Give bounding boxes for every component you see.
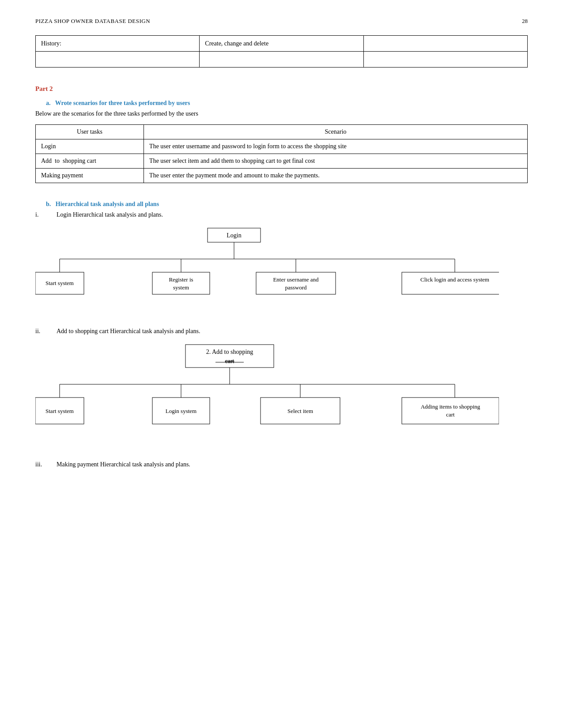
empty-cell [200, 52, 363, 68]
svg-text:Select item: Select item [287, 408, 313, 414]
table-header-row: User tasks Scenario [36, 125, 528, 139]
svg-rect-10 [152, 272, 210, 294]
svg-text:Click login and access system: Click login and access system [420, 276, 489, 283]
table-row: Making payment The user enter the paymen… [36, 169, 528, 183]
sub-b-label: b. [46, 201, 51, 207]
roman-i-section: i. Login Hierarchical task analysis and … [35, 211, 528, 218]
task-login: Login [36, 139, 144, 154]
login-svg-tree: Login Start system Register is system En… [35, 224, 499, 312]
history-value: Create, change and delete [200, 36, 363, 52]
sub-a-heading: a. Wrote scenarios for three tasks perfo… [46, 100, 528, 107]
sub-b-heading: b. Hierarchical task analysis and all pl… [46, 201, 528, 208]
user-tasks-table: User tasks Scenario Login The user enter… [35, 124, 528, 183]
scenario-cart: The user select item and add them to sho… [144, 154, 528, 169]
roman-num-iii: iii. [35, 461, 49, 468]
section-a: a. Wrote scenarios for three tasks perfo… [35, 100, 528, 183]
svg-text:system: system [173, 284, 189, 291]
sub-a-label: a. [46, 100, 51, 106]
part2-heading: Part 2 [35, 85, 528, 93]
payment-diagram-title: Making payment Hierarchical task analysi… [57, 461, 190, 468]
svg-text:Enter username and: Enter username and [273, 276, 319, 283]
sub-a-title: Wrote scenarios for three tasks performe… [55, 100, 190, 106]
svg-text:Login: Login [227, 232, 241, 239]
roman-num-i: i. [35, 211, 49, 218]
svg-text:password: password [285, 284, 307, 291]
svg-text:Login system: Login system [166, 408, 196, 414]
roman-num-ii: ii. [35, 328, 49, 335]
table-row: Login The user enter username and passwo… [36, 139, 528, 154]
login-diagram-title: Login Hierarchical task analysis and pla… [57, 211, 163, 218]
svg-text:Start system: Start system [45, 280, 74, 286]
cart-diagram-title: Add to shopping cart Hierarchical task a… [57, 328, 200, 335]
cart-diagram: 2. Add to shopping cart Start system Log… [35, 340, 528, 443]
top-table: History: Create, change and delete [35, 35, 528, 68]
svg-text:cart: cart [225, 358, 234, 364]
table-row: History: Create, change and delete [36, 36, 528, 52]
svg-text:Register is: Register is [169, 276, 193, 283]
svg-text:Start system: Start system [45, 408, 74, 414]
sub-a-description: Below are the scenarios for the three ta… [35, 110, 528, 117]
task-cart: Add to shopping cart [36, 154, 144, 169]
page-number: 28 [522, 18, 528, 25]
cart-svg-tree: 2. Add to shopping cart Start system Log… [35, 340, 499, 442]
section-b: b. Hierarchical task analysis and all pl… [35, 201, 528, 468]
empty-cell [363, 52, 527, 68]
roman-iii-section: iii. Making payment Hierarchical task an… [35, 461, 528, 468]
svg-rect-13 [256, 272, 336, 294]
roman-ii-section: ii. Add to shopping cart Hierarchical ta… [35, 328, 528, 335]
svg-text:2. Add to shopping: 2. Add to shopping [206, 349, 253, 355]
col-user-tasks: User tasks [36, 125, 144, 139]
history-label: History: [36, 36, 200, 52]
col-scenario: Scenario [144, 125, 528, 139]
svg-text:Adding items to shopping: Adding items to shopping [421, 403, 480, 410]
page-title: PIZZA SHOP OWNER DATABASE DESIGN [35, 18, 150, 25]
task-payment: Making payment [36, 169, 144, 183]
empty-cell [36, 52, 200, 68]
page-header: PIZZA SHOP OWNER DATABASE DESIGN 28 [35, 18, 528, 25]
login-diagram: Login Start system Register is system En… [35, 224, 528, 314]
sub-b-title: Hierarchical task analysis and all plans [56, 201, 159, 207]
scenario-login: The user enter username and password to … [144, 139, 528, 154]
title-suffix: DATABASE DESIGN [95, 18, 150, 24]
table-row [36, 52, 528, 68]
svg-rect-16 [402, 272, 499, 294]
table-row: Add to shopping cart The user select ite… [36, 154, 528, 169]
svg-rect-34 [402, 398, 499, 424]
scenario-payment: The user enter the payment mode and amou… [144, 169, 528, 183]
history-col3 [363, 36, 527, 52]
svg-text:cart: cart [446, 411, 455, 418]
